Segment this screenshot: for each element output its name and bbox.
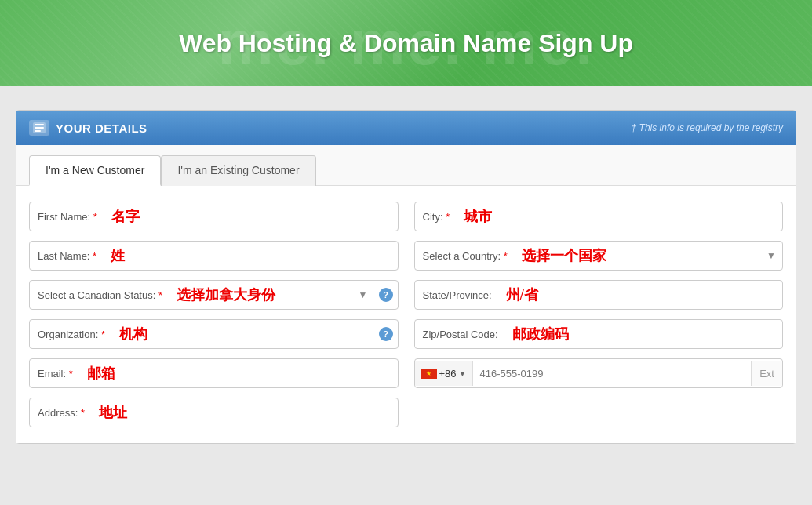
svg-rect-1 [35,124,44,125]
address-chinese: 地址 [93,398,133,427]
address-input[interactable] [133,400,398,425]
required-note: † This info is required by the registry [632,122,783,133]
email-label: Email: * [30,361,81,386]
state-input[interactable] [544,282,782,307]
organization-required: * [101,329,105,340]
organization-field: Organization: * 机构 ? [29,319,399,349]
phone-prefix[interactable]: +86 ▼ [415,361,474,386]
phone-ext: Ext [751,361,782,386]
header-banner: me. me. me. Web Hosting & Domain Name Si… [0,0,812,86]
last-name-label: Last Name: * [30,244,104,268]
city-required: * [446,211,450,223]
last-name-chinese: 姓 [104,242,131,270]
canadian-status-required: * [158,289,162,301]
phone-field: +86 ▼ Ext [414,358,784,388]
canadian-status-chinese: 选择加拿大身份 [170,281,282,309]
last-name-input[interactable] [131,243,397,268]
country-field: Select a Country: * 选择一个国家 ▼ [414,241,784,271]
state-label: State/Province: [415,283,500,307]
email-required: * [69,368,73,380]
city-label: City: * [415,205,458,229]
address-required: * [81,407,85,419]
canadian-status-field: Select a Canadian Status: * 选择加拿大身份 ▼ ? [29,280,399,310]
state-field: State/Province: 州/省 [414,280,784,310]
country-select[interactable] [613,244,760,268]
section-icon [29,120,49,136]
phone-code: +86 [439,368,457,380]
canadian-status-select[interactable] [282,283,352,307]
address-label: Address: * [30,401,93,425]
first-name-chinese: 名字 [105,202,146,231]
page-title: Web Hosting & Domain Name Sign Up [179,29,633,58]
organization-label: Organization: * [30,322,113,347]
form-grid: First Name: * 名字 City: * 城市 [29,202,783,427]
last-name-required: * [93,250,96,262]
zip-field: Zip/Postal Code: 邮政编码 [414,319,784,349]
form-body: First Name: * 名字 City: * 城市 [16,186,796,443]
country-arrow-icon: ▼ [760,250,782,261]
main-content: YOUR DETAILS † This info is required by … [0,86,812,467]
canadian-status-label: Select a Canadian Status: * [30,283,170,307]
zip-chinese: 邮政编码 [506,320,575,348]
last-name-field: Last Name: * 姓 [29,241,399,271]
phone-dropdown-icon: ▼ [459,369,467,378]
city-input[interactable] [498,204,782,229]
canadian-status-arrow-icon: ▼ [352,289,374,300]
section-card: YOUR DETAILS † This info is required by … [16,110,796,444]
section-header: YOUR DETAILS † This info is required by … [16,111,796,145]
tabs-container: I'm a New Customer I'm an Existing Custo… [16,145,796,186]
country-label: Select a Country: * [415,244,515,268]
organization-help-icon[interactable]: ? [379,327,393,341]
phone-input[interactable] [473,361,751,386]
svg-rect-3 [35,130,41,132]
first-name-field: First Name: * 名字 [29,202,399,231]
organization-input[interactable] [154,322,373,347]
section-header-left: YOUR DETAILS [29,120,147,136]
organization-chinese: 机构 [113,320,154,348]
zip-input[interactable] [575,322,782,347]
tab-existing-customer[interactable]: I'm an Existing Customer [161,155,315,186]
country-chinese: 选择一个国家 [515,242,613,270]
email-chinese: 邮箱 [81,359,122,387]
tab-new-customer[interactable]: I'm a New Customer [29,155,161,186]
email-input[interactable] [122,361,398,386]
city-field: City: * 城市 [414,202,784,231]
first-name-required: * [93,211,97,223]
address-field: Address: * 地址 [29,398,399,427]
state-chinese: 州/省 [500,281,544,309]
svg-rect-2 [35,127,44,129]
zip-label: Zip/Postal Code: [415,322,506,347]
section-title: YOUR DETAILS [56,122,147,135]
country-required: * [504,250,508,262]
flag-china-icon [421,369,437,379]
email-field: Email: * 邮箱 [29,358,399,388]
first-name-input[interactable] [146,204,398,229]
first-name-label: First Name: * [30,205,105,229]
city-chinese: 城市 [457,202,498,231]
canadian-status-help-icon[interactable]: ? [379,288,393,302]
